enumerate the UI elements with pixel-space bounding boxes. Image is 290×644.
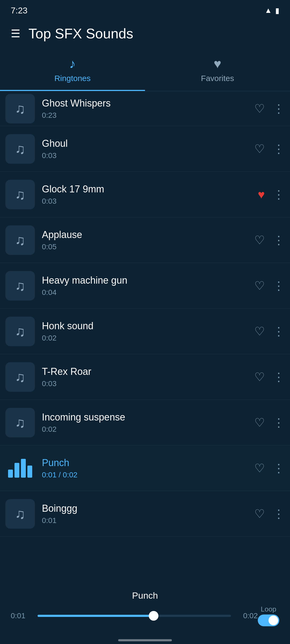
player-bar: Punch 0:01 0:02 Loop: [0, 585, 290, 644]
ringtones-icon: ♪: [69, 56, 76, 71]
like-button[interactable]: ♡: [254, 370, 265, 384]
list-item[interactable]: ♫ T-Rex Roar 0:03 ♡ ⋮: [0, 354, 290, 400]
like-button[interactable]: ♡: [254, 461, 265, 475]
menu-icon[interactable]: ☰: [11, 27, 20, 40]
song-actions: ♡ ⋮: [254, 507, 285, 521]
song-actions: ♡ ⋮: [254, 416, 285, 429]
song-thumbnail: ♫: [5, 408, 35, 437]
song-info: T-Rex Roar 0:03: [42, 366, 254, 388]
loop-toggle[interactable]: [258, 614, 279, 626]
favorites-icon: ♥: [214, 56, 222, 71]
loop-toggle-circle: [269, 616, 278, 625]
song-info: Incoming suspense 0:02: [42, 412, 254, 434]
like-button[interactable]: ♡: [254, 102, 265, 115]
song-thumbnail: ♫: [5, 499, 35, 529]
more-options-button[interactable]: ⋮: [273, 507, 285, 521]
song-info: Applause 0:05: [42, 229, 254, 251]
tab-favorites[interactable]: ♥ Favorites: [145, 48, 290, 91]
more-options-button[interactable]: ⋮: [273, 233, 285, 247]
song-name: Ghost Whispers: [42, 98, 254, 109]
status-icons: ▲ ▮: [264, 6, 279, 15]
music-note-icon: ♫: [15, 278, 26, 294]
tab-ringtones[interactable]: ♪ Ringtones: [0, 48, 145, 91]
tab-ringtones-label: Ringtones: [54, 74, 90, 83]
loop-button[interactable]: Loop: [258, 605, 279, 626]
player-time-left: 0:01: [11, 612, 32, 620]
song-info: Honk sound 0:02: [42, 320, 254, 342]
more-options-button[interactable]: ⋮: [273, 416, 285, 429]
like-button[interactable]: ♡: [254, 416, 265, 429]
progress-fill: [38, 615, 154, 617]
song-duration: 0:01: [42, 516, 254, 525]
player-title: Punch: [11, 590, 279, 601]
like-button[interactable]: ♡: [254, 324, 265, 338]
song-name: Punch: [42, 457, 254, 469]
music-note-icon: ♫: [15, 415, 26, 431]
more-options-button[interactable]: ⋮: [273, 142, 285, 156]
list-item[interactable]: Punch 0:01 / 0:02 ♡ ⋮: [0, 445, 290, 491]
progress-bar[interactable]: [38, 615, 231, 617]
song-name: Heavy machine gun: [42, 275, 254, 286]
status-bar: 7:23 ▲ ▮: [0, 0, 290, 19]
list-item[interactable]: ♫ Incoming suspense 0:02 ♡ ⋮: [0, 400, 290, 445]
list-item[interactable]: ♫ Glock 17 9mm 0:03 ♥ ⋮: [0, 172, 290, 217]
list-item[interactable]: ♫ Ghoul 0:03 ♡ ⋮: [0, 126, 290, 172]
song-actions: ♡ ⋮: [254, 233, 285, 247]
equalizer-icon: [8, 459, 32, 478]
song-name: Glock 17 9mm: [42, 184, 258, 195]
list-item[interactable]: ♫ Applause 0:05 ♡ ⋮: [0, 217, 290, 263]
more-options-button[interactable]: ⋮: [273, 102, 285, 115]
player-controls: 0:01 0:02 Loop: [11, 605, 279, 626]
song-name: Boinggg: [42, 503, 254, 514]
list-item[interactable]: ♫ Heavy machine gun 0:04 ♡ ⋮: [0, 263, 290, 309]
like-button[interactable]: ♥: [258, 188, 265, 201]
song-thumbnail: ♫: [5, 271, 35, 301]
more-options-button[interactable]: ⋮: [273, 370, 285, 384]
like-button[interactable]: ♡: [254, 279, 265, 292]
song-actions: ♡ ⋮: [254, 102, 285, 115]
like-button[interactable]: ♡: [254, 507, 265, 521]
song-list: ♫ Ghost Whispers 0:23 ♡ ⋮ ♫ Ghoul 0:03 ♡…: [0, 91, 290, 537]
home-indicator: [118, 639, 172, 641]
more-options-button[interactable]: ⋮: [273, 279, 285, 292]
song-name: Ghoul: [42, 138, 254, 149]
song-thumbnail: ♫: [5, 362, 35, 392]
list-item[interactable]: ♫ Ghost Whispers 0:23 ♡ ⋮: [0, 91, 290, 126]
song-duration: 0:03: [42, 379, 254, 388]
header: ☰ Top SFX Sounds: [0, 19, 290, 48]
song-info: Ghoul 0:03: [42, 138, 254, 160]
song-thumbnail: ♫: [5, 134, 35, 164]
tab-bar: ♪ Ringtones ♥ Favorites: [0, 48, 290, 91]
music-note-icon: ♫: [15, 506, 26, 522]
progress-thumb[interactable]: [149, 611, 158, 621]
song-actions: ♡ ⋮: [254, 370, 285, 384]
song-name: Incoming suspense: [42, 412, 254, 423]
music-note-icon: ♫: [15, 232, 26, 248]
more-options-button[interactable]: ⋮: [273, 461, 285, 475]
song-actions: ♥ ⋮: [258, 188, 285, 201]
song-thumbnail: ♫: [5, 180, 35, 209]
more-options-button[interactable]: ⋮: [273, 324, 285, 338]
music-note-icon: ♫: [15, 186, 26, 203]
song-name: Honk sound: [42, 320, 254, 332]
list-item[interactable]: ♫ Boinggg 0:01 ♡ ⋮: [0, 491, 290, 537]
music-note-icon: ♫: [15, 323, 26, 339]
battery-icon: ▮: [275, 6, 279, 15]
like-button[interactable]: ♡: [254, 233, 265, 247]
song-thumbnail: ♫: [5, 317, 35, 346]
status-time: 7:23: [11, 6, 27, 16]
song-actions: ♡ ⋮: [254, 142, 285, 156]
song-duration: 0:02: [42, 425, 254, 434]
signal-icon: ▲: [264, 6, 272, 15]
song-info: Glock 17 9mm 0:03: [42, 184, 258, 206]
more-options-button[interactable]: ⋮: [273, 188, 285, 201]
song-duration: 0:23: [42, 111, 254, 120]
song-actions: ♡ ⋮: [254, 324, 285, 338]
song-info: Ghost Whispers 0:23: [42, 98, 254, 120]
song-info: Heavy machine gun 0:04: [42, 275, 254, 297]
player-time-right: 0:02: [236, 612, 258, 620]
song-duration: 0:03: [42, 197, 258, 206]
song-info: Boinggg 0:01: [42, 503, 254, 525]
like-button[interactable]: ♡: [254, 142, 265, 156]
list-item[interactable]: ♫ Honk sound 0:02 ♡ ⋮: [0, 309, 290, 354]
